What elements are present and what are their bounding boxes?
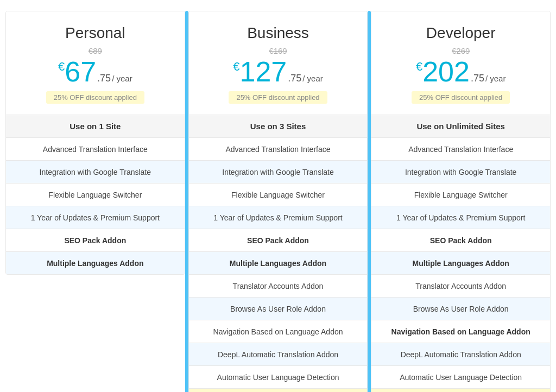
plan-personal-feature-0: Use on 1 Site (6, 115, 185, 137)
plan-personal-header: Personal€89€67.75/ year25% OFF discount … (6, 11, 185, 115)
plan-developer: Developer€269€202.75/ year25% OFF discou… (371, 11, 551, 392)
plan-business-feature-6: Multiple Languages Addon (189, 251, 368, 274)
plan-developer-feature-11: Automatic User Language Detection (371, 365, 550, 388)
plan-business-header: Business€169€127.75/ year25% OFF discoun… (189, 11, 368, 115)
plan-developer-currency: € (416, 60, 422, 74)
plan-personal-feature-1: Advanced Translation Interface (6, 137, 185, 160)
pricing-table: Personal€89€67.75/ year25% OFF discount … (5, 11, 551, 392)
plan-developer-price-decimal: .75 (471, 73, 484, 84)
plan-business-feature-12: + All Future Pro Add-ons (189, 388, 368, 392)
plan-business-feature-8: Browse As User Role Addon (189, 297, 368, 320)
plan-business-discount: 25% OFF discount applied (229, 91, 327, 104)
plan-personal-feature-6: Multiple Languages Addon (6, 251, 185, 274)
plan-business-feature-0: Use on 3 Sites (189, 115, 368, 137)
plan-business-price-period: / year (302, 74, 323, 83)
plan-business-original-price: €169 (200, 46, 357, 55)
plan-developer-current-price: €202.75/ year (382, 58, 539, 86)
plan-developer-feature-7: Translator Accounts Addon (371, 274, 550, 297)
plan-developer-discount: 25% OFF discount applied (412, 91, 510, 104)
plan-developer-feature-2: Integration with Google Translate (371, 160, 550, 183)
plan-developer-feature-8: Browse As User Role Addon (371, 297, 550, 320)
plan-personal-currency: € (58, 60, 65, 74)
plan-developer-feature-12: + All Future Pro Add-ons (371, 388, 550, 392)
plan-business-feature-4: 1 Year of Updates & Premium Support (189, 206, 368, 229)
plan-business-feature-10: DeepL Automatic Translation Addon (189, 343, 368, 365)
plan-developer-feature-4: 1 Year of Updates & Premium Support (371, 206, 550, 229)
plan-business-feature-2: Integration with Google Translate (189, 160, 368, 183)
plan-developer-original-price: €269 (382, 46, 539, 55)
plan-personal-price-period: / year (112, 74, 132, 83)
plan-personal: Personal€89€67.75/ year25% OFF discount … (5, 11, 185, 275)
plan-developer-price-period: / year (485, 74, 506, 83)
plan-business-feature-1: Advanced Translation Interface (189, 137, 368, 160)
plan-personal-feature-2: Integration with Google Translate (6, 160, 185, 183)
divider-0 (185, 11, 188, 392)
plan-developer-feature-1: Advanced Translation Interface (371, 137, 550, 160)
plan-business-price-decimal: .75 (288, 73, 301, 84)
plan-personal-current-price: €67.75/ year (17, 58, 174, 86)
plan-personal-feature-4: 1 Year of Updates & Premium Support (6, 206, 185, 229)
plan-business-feature-5: SEO Pack Addon (189, 229, 368, 251)
plan-personal-original-price: €89 (17, 46, 174, 55)
plan-developer-feature-10: DeepL Automatic Translation Addon (371, 343, 550, 365)
plan-developer-feature-6: Multiple Languages Addon (371, 251, 550, 274)
plan-developer-header: Developer€269€202.75/ year25% OFF discou… (371, 11, 550, 115)
plan-business-feature-9: Navigation Based on Language Addon (189, 320, 368, 343)
plan-developer-feature-3: Flexible Language Switcher (371, 183, 550, 206)
plan-developer-price-main: 202 (422, 58, 470, 86)
plan-business-name: Business (200, 24, 357, 42)
plan-developer-feature-5: SEO Pack Addon (371, 229, 550, 251)
plan-business: Business€169€127.75/ year25% OFF discoun… (188, 11, 368, 392)
plan-developer-feature-9: Navigation Based on Language Addon (371, 320, 550, 343)
plan-personal-name: Personal (17, 24, 174, 42)
plan-developer-name: Developer (382, 24, 539, 42)
plan-business-price-main: 127 (239, 58, 287, 86)
plan-business-feature-3: Flexible Language Switcher (189, 183, 368, 206)
plan-business-currency: € (233, 60, 239, 74)
plan-personal-price-decimal: .75 (97, 73, 111, 84)
plan-personal-discount: 25% OFF discount applied (46, 91, 144, 104)
plan-business-feature-7: Translator Accounts Addon (189, 274, 368, 297)
plan-personal-feature-5: SEO Pack Addon (6, 229, 185, 251)
plan-personal-price-main: 67 (65, 58, 96, 86)
plan-developer-feature-0: Use on Unlimited Sites (371, 115, 550, 137)
plan-business-current-price: €127.75/ year (200, 58, 357, 86)
plan-personal-feature-3: Flexible Language Switcher (6, 183, 185, 206)
plan-business-feature-11: Automatic User Language Detection (189, 365, 368, 388)
